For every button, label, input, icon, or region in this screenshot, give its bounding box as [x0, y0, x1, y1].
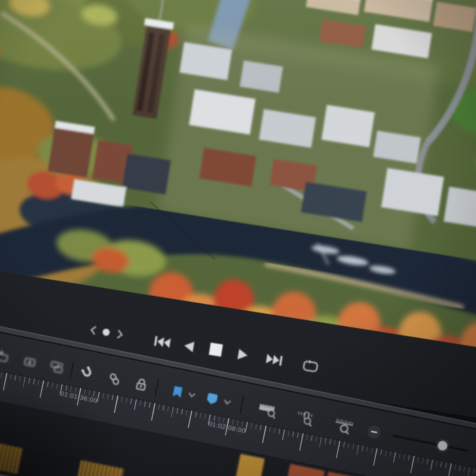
zoom-slider-track[interactable]	[392, 435, 468, 452]
zoom-slider-handle[interactable]	[437, 440, 448, 451]
toolbar-separator	[70, 361, 74, 379]
play-button[interactable]	[233, 345, 253, 365]
add-flag-button[interactable]	[169, 383, 186, 401]
editor-screen: 01:01:36:00 01:02:08:00	[0, 0, 476, 476]
marker-options-chevron-icon[interactable]	[222, 398, 232, 408]
add-marker-button[interactable]	[203, 390, 221, 408]
loop-playback-button[interactable]	[301, 356, 321, 376]
stop-button[interactable]	[206, 339, 226, 360]
custom-zoom-button[interactable]	[332, 416, 355, 435]
replace-clip-icon[interactable]	[48, 359, 65, 376]
first-frame-button[interactable]	[152, 332, 172, 352]
photographed-screen: 01:01:36:00 01:02:08:00	[0, 0, 476, 476]
overwrite-clip-icon[interactable]	[21, 353, 39, 371]
insert-clip-icon[interactable]	[0, 348, 12, 365]
minus-icon	[371, 431, 377, 433]
snapping-magnet-icon[interactable]	[79, 365, 97, 383]
zoom-out-button[interactable]	[366, 424, 382, 439]
last-frame-button[interactable]	[264, 350, 285, 370]
toolbar-separator	[240, 396, 244, 413]
full-extent-zoom-button[interactable]	[257, 401, 279, 420]
jog-next-button[interactable]	[110, 324, 130, 345]
linked-selection-icon[interactable]	[106, 370, 123, 388]
detail-zoom-button[interactable]	[294, 409, 317, 427]
position-lock-icon[interactable]	[132, 376, 150, 394]
toolbar-separator	[155, 379, 159, 396]
flag-options-chevron-icon[interactable]	[186, 391, 197, 401]
play-reverse-button[interactable]	[178, 336, 199, 357]
